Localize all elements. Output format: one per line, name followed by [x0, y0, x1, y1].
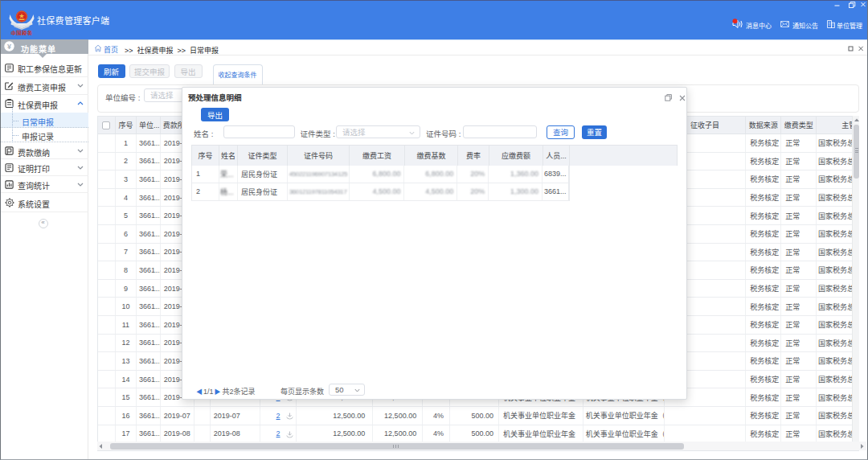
svg-text:¥: ¥	[7, 43, 11, 51]
svg-text:中国税务: 中国税务	[10, 30, 32, 35]
